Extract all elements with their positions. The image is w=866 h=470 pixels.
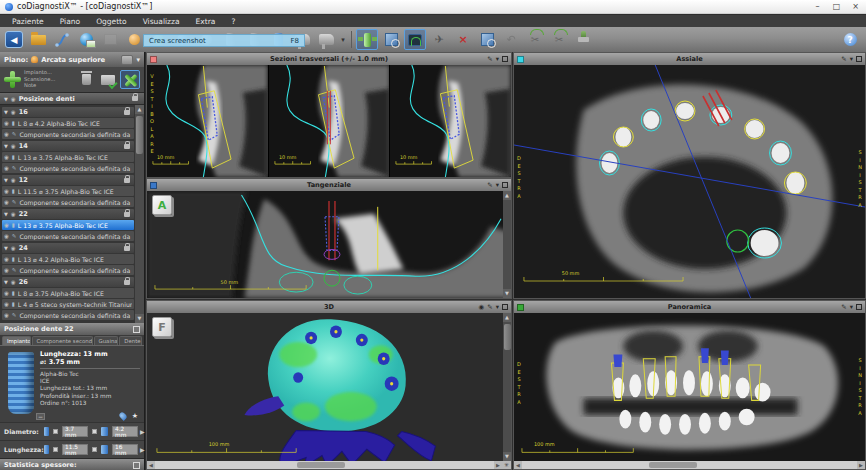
plan-select[interactable]: Arcata superiore — [41, 56, 119, 64]
tooth-group-header[interactable]: ▼◉24 — [2, 243, 134, 253]
tab-componente-secondaria[interactable]: Componente secondaria — [32, 336, 93, 345]
diameter-min-checkbox[interactable] — [53, 429, 58, 434]
lock-icon[interactable] — [124, 178, 130, 183]
pencil-icon[interactable]: ✎ — [841, 303, 846, 311]
help-button[interactable]: ? — [839, 29, 861, 50]
sphere-tool-button[interactable] — [123, 29, 145, 50]
thickness-statistics-header[interactable]: Statistica spessore: — [0, 458, 144, 470]
cross-slice-1[interactable]: 10 mm — [147, 65, 268, 177]
volume-zoom-button[interactable] — [380, 29, 402, 50]
scroll-up-icon[interactable]: ▲ — [135, 105, 144, 114]
menu-oggetto[interactable]: Oggetto — [88, 17, 135, 26]
diameter-max-checkbox[interactable] — [92, 429, 97, 434]
collapse-icon[interactable]: ▼ — [4, 177, 8, 183]
diameter-min-value[interactable]: 3.7 mm — [62, 426, 88, 437]
panoramic-panel[interactable]: Panoramica ✎ ▾ DESTRA SINISTRA — [513, 300, 866, 470]
plane-tool-button[interactable]: ✈ — [428, 29, 450, 50]
scroll-up-icon[interactable]: ▲ — [503, 191, 511, 200]
eye-icon[interactable]: ◉ — [4, 199, 9, 205]
menu-piano[interactable]: Piano — [52, 17, 88, 26]
collapse-icon[interactable]: ▼ — [4, 211, 8, 217]
lock-icon[interactable] — [124, 110, 130, 115]
diameter-max-value[interactable]: 4.2 mm — [112, 426, 138, 437]
lock-icon[interactable] — [124, 280, 130, 285]
eye-icon[interactable]: ◉ — [11, 96, 16, 102]
minimize-button[interactable]: – — [812, 2, 823, 12]
component-row[interactable]: ◉✎Componente secondaria definita da uten… — [2, 310, 134, 320]
collapse-icon[interactable]: ▼ — [4, 279, 8, 285]
cross-sections-view[interactable]: VESTIBOLARE 10 mm — [147, 65, 511, 177]
eye-icon[interactable]: ◉ — [4, 290, 9, 296]
implant-tool-button[interactable] — [356, 29, 378, 50]
tab-impianto[interactable]: Impianto — [2, 336, 31, 345]
maximize-button[interactable]: □ — [831, 2, 842, 12]
maximize-view-icon[interactable] — [502, 304, 508, 310]
tab-guaina[interactable]: Guaina — [94, 336, 119, 345]
menu-extra[interactable]: Extra — [188, 17, 224, 26]
gear-icon[interactable]: ✳ — [502, 461, 511, 469]
eye-icon[interactable]: ◉ — [4, 222, 9, 228]
toggle-visibility-button[interactable] — [120, 70, 140, 89]
implant-row[interactable]: ◉▮L 11.5 ⌀ 3.75 Alpha-Bio Tec ICE — [2, 186, 134, 196]
implant-row[interactable]: ◉▮L 8 ⌀ 3.75 Alpha-Bio Tec ICE — [2, 288, 134, 298]
maximize-view-icon[interactable] — [856, 56, 862, 62]
eye-icon[interactable]: ◉ — [11, 279, 16, 285]
menu-visualizza[interactable]: Visualizza — [135, 17, 188, 26]
scroll-left-icon[interactable]: ◀ — [514, 461, 522, 469]
cross-slice-2[interactable]: 10 mm — [269, 65, 390, 177]
scroll-right-icon[interactable]: ▶ — [857, 461, 865, 469]
implant-row[interactable]: ◉▮L 13 ⌀ 3.75 Alpha-Bio Tec ICE — [2, 220, 134, 230]
scroll-right-icon[interactable]: ▶ — [494, 461, 502, 469]
back-button[interactable]: ◀ — [3, 29, 25, 50]
stamp-tool-button[interactable] — [572, 29, 594, 50]
three-d-view[interactable]: F — [147, 313, 511, 469]
collapse-icon[interactable]: ▼ — [4, 143, 8, 149]
eye-icon[interactable]: ◉ — [4, 165, 9, 171]
dropdown-icon[interactable]: ▾ — [496, 55, 499, 63]
cross-slice-3[interactable]: 10 mm — [390, 65, 511, 177]
length-max-checkbox[interactable] — [92, 447, 97, 452]
eye-icon[interactable]: ◉ — [11, 109, 16, 115]
axial-marker[interactable] — [517, 56, 524, 63]
three-d-panel[interactable]: 3D ◉ ✎ ▾ F — [146, 300, 512, 470]
length-next-icon[interactable]: ▶ — [140, 446, 145, 453]
add-button[interactable] — [4, 71, 21, 88]
plan-menu-button[interactable] — [121, 55, 133, 65]
implant-row[interactable]: ◉▮L 13 ⌀ 3.75 Alpha-Bio Tec ICE — [2, 152, 134, 162]
length-min-checkbox[interactable] — [53, 447, 58, 452]
scroll-down-icon[interactable]: ▼ — [503, 452, 511, 461]
orientation-cube-f[interactable]: F — [152, 317, 172, 337]
lock-icon[interactable] — [124, 246, 130, 251]
eye-icon[interactable]: ◉ — [4, 188, 9, 194]
curve-tool-button[interactable] — [51, 29, 73, 50]
panoramic-hscrollbar[interactable]: ◀ ▶ — [514, 461, 865, 469]
eye-icon[interactable]: ◉ — [11, 211, 16, 217]
plan-dropdown-icon[interactable]: ▾ — [136, 56, 140, 64]
component-row[interactable]: ◉✎Componente secondaria definita da uten… — [2, 265, 134, 275]
tooth-positions-header[interactable]: ▼ ◉ Posizione denti — [0, 93, 144, 105]
scroll-up-icon[interactable]: ▲ — [503, 313, 511, 322]
eye-icon[interactable]: ◉ — [4, 301, 9, 307]
eye-icon[interactable]: ◉ — [4, 256, 9, 262]
maximize-view-icon[interactable] — [502, 56, 508, 62]
panoramic-view[interactable]: DESTRA SINISTRA — [514, 313, 865, 469]
dropdown-icon[interactable]: ▾ — [850, 303, 853, 311]
cut-mesial-button[interactable]: ✂ — [524, 29, 546, 50]
pencil-icon[interactable]: ✎ — [487, 181, 492, 189]
minus-icon[interactable]: − — [36, 413, 45, 420]
tangential-scrollbar[interactable]: ▲ ▼ — [503, 191, 511, 298]
handpiece-dropdown-icon[interactable]: ▾ — [339, 36, 347, 44]
three-d-hscrollbar[interactable]: ◀ ▶ ✳ — [147, 461, 511, 469]
delete-button[interactable] — [76, 70, 96, 89]
eye-icon[interactable]: ◉ — [4, 131, 9, 137]
dropdown-icon[interactable]: ▾ — [850, 55, 853, 63]
component-row[interactable]: ◉✎Componente secondaria definita da uten… — [2, 197, 134, 207]
orientation-cube-a[interactable]: A — [152, 195, 172, 215]
menu-paziente[interactable]: Paziente — [4, 17, 52, 26]
length-max-value[interactable]: 16 mm — [112, 444, 138, 455]
eye-icon[interactable]: ◉ — [4, 154, 9, 160]
droplet-icon[interactable] — [118, 411, 128, 421]
implant-row[interactable]: ◉▮L 8 ⌀ 4.2 Alpha-Bio Tec ICE — [2, 118, 134, 128]
eye-icon[interactable]: ◉ — [11, 245, 16, 251]
collapse-icon[interactable]: ▼ — [4, 109, 8, 115]
